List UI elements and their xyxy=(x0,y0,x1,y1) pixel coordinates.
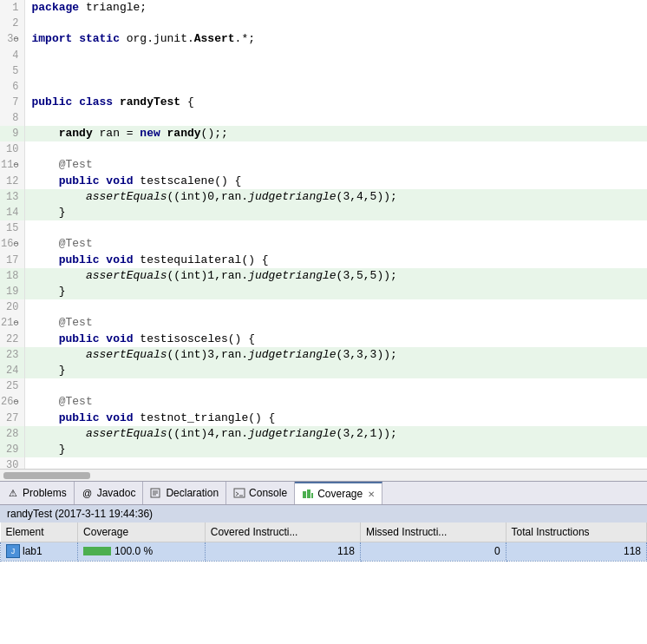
line-number: 8 xyxy=(0,110,24,126)
coverage-panel: randyTest (2017-3-11 19:44:36) Element C… xyxy=(0,505,647,644)
coverage-pct: 100.0 % xyxy=(114,545,153,557)
covered-instructions: 118 xyxy=(205,542,360,561)
tab-problems-label: Problems xyxy=(23,487,67,499)
line-number: 27 xyxy=(0,411,24,426)
line-code[interactable]: public void testequilateral() { xyxy=(24,253,647,268)
line-code[interactable] xyxy=(24,48,647,63)
line-code[interactable]: randy ran = new randy();; xyxy=(24,126,647,141)
code-line: 30 xyxy=(0,457,647,469)
tab-console-label: Console xyxy=(249,487,287,499)
line-code[interactable]: @Test xyxy=(24,315,647,332)
tab-bar: ⚠ Problems @ Javadoc Declaration Console… xyxy=(0,481,647,505)
line-number: 25 xyxy=(0,378,24,394)
code-line: 8 xyxy=(0,110,647,126)
line-number: 19 xyxy=(0,284,24,299)
code-line: 3⊖import static org.junit.Assert.*; xyxy=(0,31,647,48)
code-line: 6 xyxy=(0,79,647,95)
line-number: 11⊖ xyxy=(0,157,24,174)
col-coverage[interactable]: Coverage xyxy=(78,522,206,542)
line-code[interactable]: public void testisosceles() { xyxy=(24,332,647,347)
col-total[interactable]: Total Instructions xyxy=(506,522,646,542)
svg-rect-8 xyxy=(311,493,313,498)
line-code[interactable]: assertEquals((int)0,ran.judgetriangle(3,… xyxy=(24,189,647,205)
code-line: 12 public void testscalene() { xyxy=(0,174,647,189)
col-covered[interactable]: Covered Instructi... xyxy=(205,522,360,542)
code-editor[interactable]: 1package triangle;23⊖import static org.j… xyxy=(0,0,647,469)
code-line: 17 public void testequilateral() { xyxy=(0,253,647,268)
line-code[interactable] xyxy=(24,16,647,31)
line-code[interactable]: public void testnot_triangle() { xyxy=(24,411,647,426)
tab-javadoc[interactable]: @ Javadoc xyxy=(75,482,144,504)
tab-problems[interactable]: ⚠ Problems xyxy=(0,482,75,504)
line-code[interactable]: } xyxy=(24,442,647,457)
line-code[interactable]: assertEquals((int)4,ran.judgetriangle(3,… xyxy=(24,426,647,442)
line-number: 20 xyxy=(0,299,24,315)
tab-coverage[interactable]: Coverage ✕ xyxy=(295,482,382,504)
line-code[interactable]: import static org.junit.Assert.*; xyxy=(24,31,647,48)
tab-console[interactable]: Console xyxy=(226,482,295,504)
code-line: 14 } xyxy=(0,205,647,220)
problems-icon: ⚠ xyxy=(7,487,19,499)
code-line: 22 public void testisosceles() { xyxy=(0,332,647,347)
coverage-header-row: Element Coverage Covered Instructi... Mi… xyxy=(1,522,647,542)
code-line: 23 assertEquals((int)3,ran.judgetriangle… xyxy=(0,347,647,363)
line-code[interactable]: } xyxy=(24,363,647,378)
line-number: 14 xyxy=(0,205,24,220)
line-code[interactable] xyxy=(24,220,647,236)
element-name: lab1 xyxy=(23,545,42,557)
tab-declaration[interactable]: Declaration xyxy=(143,482,226,504)
line-code[interactable]: assertEquals((int)1,ran.judgetriangle(3,… xyxy=(24,268,647,284)
line-number: 12 xyxy=(0,174,24,189)
line-number: 22 xyxy=(0,332,24,347)
code-line: 11⊖ @Test xyxy=(0,157,647,174)
line-code[interactable]: } xyxy=(24,284,647,299)
tab-coverage-close[interactable]: ✕ xyxy=(368,490,375,499)
line-code[interactable] xyxy=(24,141,647,157)
line-code[interactable] xyxy=(24,299,647,315)
line-code[interactable]: } xyxy=(24,205,647,220)
coverage-table: Element Coverage Covered Instructi... Mi… xyxy=(0,522,647,562)
element-icon: J xyxy=(6,544,20,558)
line-number: 16⊖ xyxy=(0,236,24,253)
line-code[interactable]: assertEquals((int)3,ran.judgetriangle(3,… xyxy=(24,347,647,363)
line-number: 18 xyxy=(0,268,24,284)
line-code[interactable]: @Test xyxy=(24,394,647,411)
line-number: 6 xyxy=(0,79,24,95)
horizontal-scrollbar[interactable] xyxy=(0,469,647,481)
code-table: 1package triangle;23⊖import static org.j… xyxy=(0,0,647,469)
tab-coverage-label: Coverage xyxy=(317,488,363,500)
tab-javadoc-label: Javadoc xyxy=(97,487,136,499)
line-number: 4 xyxy=(0,48,24,63)
total-instructions: 118 xyxy=(506,542,646,561)
scroll-thumb[interactable] xyxy=(3,472,90,479)
code-line: 1package triangle; xyxy=(0,0,647,16)
line-code[interactable] xyxy=(24,79,647,95)
line-number: 29 xyxy=(0,442,24,457)
code-line: 19 } xyxy=(0,284,647,299)
coverage-bar xyxy=(83,547,111,555)
col-missed[interactable]: Missed Instructi... xyxy=(360,522,506,542)
code-line: 15 xyxy=(0,220,647,236)
line-code[interactable] xyxy=(24,63,647,79)
line-code[interactable]: @Test xyxy=(24,236,647,253)
col-element[interactable]: Element xyxy=(1,522,78,542)
line-code[interactable]: public class randyTest { xyxy=(24,95,647,110)
coverage-icon xyxy=(302,488,314,500)
line-code[interactable]: package triangle; xyxy=(24,0,647,16)
coverage-element-cell: Jlab1 xyxy=(1,542,78,561)
line-number: 24 xyxy=(0,363,24,378)
line-code[interactable]: @Test xyxy=(24,157,647,174)
line-number: 15 xyxy=(0,220,24,236)
line-code[interactable]: public void testscalene() { xyxy=(24,174,647,189)
line-code[interactable] xyxy=(24,457,647,469)
console-icon xyxy=(233,487,245,499)
line-code[interactable] xyxy=(24,378,647,394)
coverage-bar-cell: 100.0 % xyxy=(78,542,206,561)
line-code[interactable] xyxy=(24,110,647,126)
coverage-data-row[interactable]: Jlab1100.0 %1180118 xyxy=(1,542,647,561)
code-line: 5 xyxy=(0,63,647,79)
line-number: 3⊖ xyxy=(0,31,24,48)
code-line: 25 xyxy=(0,378,647,394)
coverage-title: randyTest (2017-3-11 19:44:36) xyxy=(7,508,153,520)
code-line: 13 assertEquals((int)0,ran.judgetriangle… xyxy=(0,189,647,205)
